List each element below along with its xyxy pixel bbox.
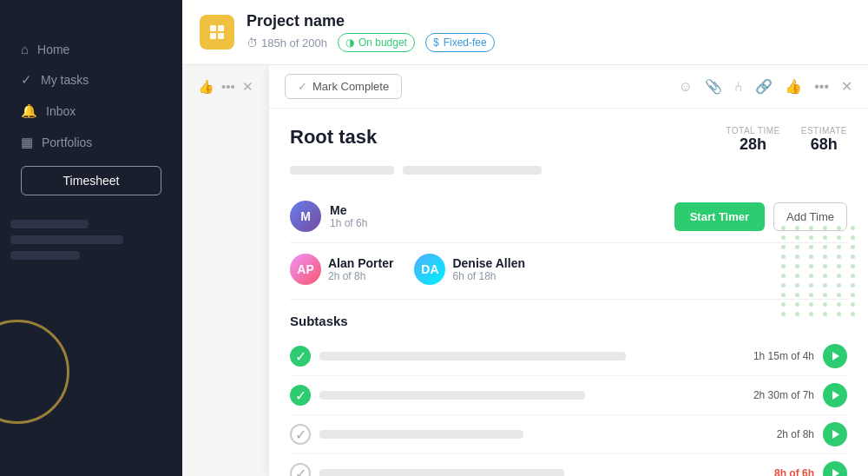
svg-rect-2 — [210, 33, 216, 39]
close-panel-icon[interactable]: ✕ — [841, 78, 852, 95]
toolbar-actions: ☺ 📎 ⑃ 🔗 👍 ••• ✕ — [679, 78, 852, 95]
other-assignees-row: AP Alan Porter 2h of 8h DA Denise Allen … — [290, 254, 847, 300]
subtask-bar-4 — [319, 469, 727, 476]
on-budget-badge: ◑ On budget — [338, 33, 415, 52]
subtask-check-1[interactable]: ✓ — [290, 346, 311, 367]
subtask-play-4[interactable] — [823, 461, 847, 476]
emoji-icon[interactable]: ☺ — [679, 79, 693, 95]
task-title-row: Root task TOTAL TIME 28h ESTIMATE 68h — [290, 126, 847, 154]
description-skeleton — [290, 166, 847, 175]
task-stats: TOTAL TIME 28h ESTIMATE 68h — [726, 126, 847, 154]
svg-rect-0 — [210, 25, 216, 31]
branch-icon[interactable]: ⑃ — [734, 79, 743, 95]
subtask-bar-1 — [319, 352, 727, 360]
subtask-time-3: 2h of 8h — [736, 428, 814, 440]
more-actions-icon[interactable]: ••• — [221, 79, 235, 95]
project-info: Project name ⏱ 185h of 200h ◑ On budget … — [247, 12, 495, 52]
sidebar-skeleton-2 — [10, 235, 123, 244]
task-detail-panel: ✓ Mark Complete ☺ 📎 ⑃ 🔗 👍 ••• ✕ Root tas — [269, 65, 868, 476]
top-header: Project name ⏱ 185h of 200h ◑ On budget … — [182, 0, 868, 65]
subtask-bar-fill-2 — [319, 391, 585, 400]
project-hours: ⏱ 185h of 200h — [247, 36, 327, 50]
subtask-check-3[interactable]: ✓ — [290, 424, 311, 445]
subtask-play-2[interactable] — [823, 383, 847, 407]
subtask-row-3: ✓ 2h of 8h — [290, 415, 847, 454]
mark-complete-button[interactable]: ✓ Mark Complete — [285, 74, 402, 99]
sidebar-nav: ⌂ Home ✓ My tasks 🔔 Inbox ▦ Portfolios T… — [0, 35, 182, 202]
subtask-check-4[interactable]: ✓ — [290, 463, 311, 476]
subtask-row-4: ✓ 8h of 6h — [290, 454, 847, 476]
project-meta: ⏱ 185h of 200h ◑ On budget $ Fixed-fee — [247, 33, 495, 52]
svg-rect-1 — [218, 25, 224, 31]
assignee-card-alan: AP Alan Porter 2h of 8h — [290, 254, 393, 285]
skeleton-2 — [403, 166, 542, 175]
sidebar-item-inbox[interactable]: 🔔 Inbox — [10, 96, 172, 126]
project-icon — [200, 15, 234, 50]
sidebar-item-my-tasks[interactable]: ✓ My tasks — [10, 65, 172, 95]
start-timer-button[interactable]: Start Timer — [674, 202, 765, 231]
total-time-stat: TOTAL TIME 28h — [726, 126, 779, 154]
home-icon: ⌂ — [21, 42, 29, 56]
subtask-play-1[interactable] — [823, 344, 847, 368]
svg-rect-3 — [218, 33, 224, 39]
thumbs-up-icon[interactable]: 👍 — [198, 79, 214, 95]
task-list-pane: 👍 ••• ✕ — [182, 65, 269, 476]
timesheet-button[interactable]: Timesheet — [21, 166, 161, 195]
subtask-play-3[interactable] — [823, 422, 847, 446]
subtask-check-2[interactable]: ✓ — [290, 385, 311, 406]
sidebar-item-label: My tasks — [41, 73, 89, 87]
subtasks-section: Subtasks ✓ 1h 15m of 4h ✓ — [290, 314, 847, 476]
avatar-me: M — [290, 201, 321, 232]
sidebar-item-label: Portfolios — [42, 136, 92, 149]
primary-assignee-row: M Me 1h of 6h Start Timer Add Time — [290, 190, 847, 243]
sidebar-item-label: Inbox — [46, 104, 76, 118]
budget-check-icon: ◑ — [345, 36, 354, 49]
skeleton-1 — [290, 166, 394, 175]
subtask-bar-2 — [319, 391, 727, 400]
sidebar-item-label: Home — [37, 43, 69, 56]
sidebar-skeleton-1 — [10, 220, 89, 228]
sidebar: ⌂ Home ✓ My tasks 🔔 Inbox ▦ Portfolios T… — [0, 0, 182, 476]
like-icon[interactable]: 👍 — [785, 78, 802, 95]
sidebar-skeleton-3 — [10, 251, 80, 260]
timer-actions: Start Timer Add Time — [674, 202, 847, 231]
subtask-bar-fill-4 — [319, 469, 564, 476]
bell-icon: 🔔 — [21, 103, 37, 119]
sidebar-skeleton-items — [0, 202, 182, 268]
chart-icon: ▦ — [21, 135, 33, 150]
sidebar-item-portfolios[interactable]: ▦ Portfolios — [10, 128, 172, 157]
subtask-row-1: ✓ 1h 15m of 4h — [290, 337, 847, 376]
subtask-row-2: ✓ 2h 30m of 7h — [290, 376, 847, 415]
avatar-alan: AP — [290, 254, 321, 285]
panel-area: 👍 ••• ✕ ✓ Mark Complete ☺ 📎 ⑃ 🔗 👍 ••• — [182, 65, 868, 476]
project-name: Project name — [247, 12, 495, 30]
dollar-icon: $ — [433, 36, 439, 49]
alan-details: Alan Porter 2h of 8h — [328, 256, 393, 282]
task-body: Root task TOTAL TIME 28h ESTIMATE 68h — [269, 109, 868, 476]
subtask-bar-fill-1 — [319, 352, 626, 360]
link-icon[interactable]: 🔗 — [755, 78, 773, 95]
subtask-time-2: 2h 30m of 7h — [736, 389, 814, 401]
subtask-bar-fill-3 — [319, 430, 523, 439]
subtask-bar-3 — [319, 430, 727, 439]
check-icon: ✓ — [298, 80, 307, 93]
main-content: Project name ⏱ 185h of 200h ◑ On budget … — [182, 0, 868, 476]
task-title: Root task — [290, 126, 377, 149]
fixed-fee-badge: $ Fixed-fee — [425, 33, 495, 52]
primary-assignee-details: Me 1h of 6h — [330, 203, 367, 229]
check-circle-icon: ✓ — [21, 72, 32, 88]
primary-assignee-info: M Me 1h of 6h — [290, 201, 367, 232]
subtask-time-4: 8h of 6h — [736, 467, 814, 476]
more-icon[interactable]: ••• — [814, 79, 829, 95]
subtask-time-1: 1h 15m of 4h — [736, 350, 814, 362]
clock-icon: ⏱ — [247, 36, 258, 50]
close-icon[interactable]: ✕ — [242, 79, 253, 95]
estimate-stat: ESTIMATE 68h — [801, 126, 847, 154]
sidebar-item-home[interactable]: ⌂ Home — [10, 35, 172, 63]
task-list-actions: 👍 ••• ✕ — [198, 79, 253, 95]
denise-details: Denise Allen 6h of 18h — [452, 256, 525, 282]
add-time-button[interactable]: Add Time — [773, 202, 847, 231]
subtasks-title: Subtasks — [290, 314, 847, 328]
assignee-card-denise: DA Denise Allen 6h of 18h — [414, 254, 525, 285]
attachment-icon[interactable]: 📎 — [705, 78, 722, 95]
